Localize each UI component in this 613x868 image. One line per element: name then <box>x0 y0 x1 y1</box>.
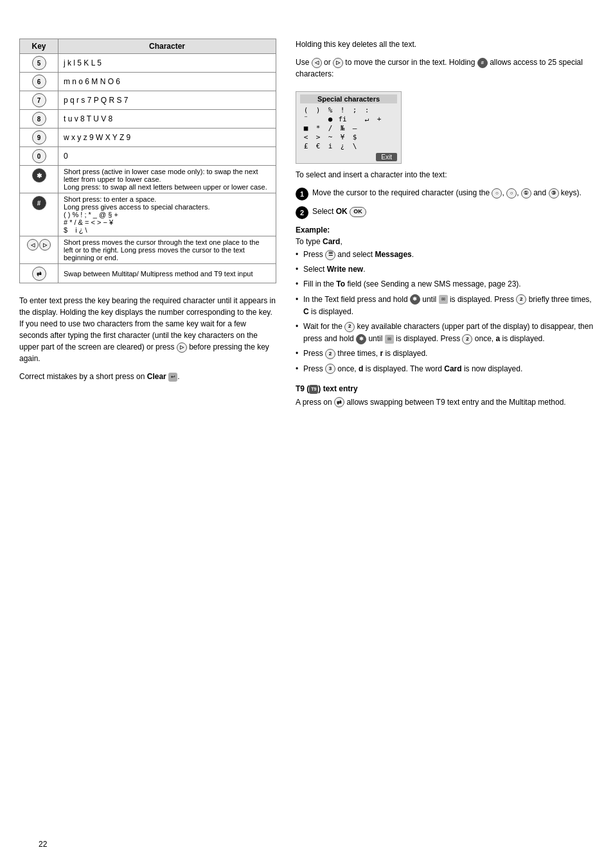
key-icon-swap: ⇄ <box>32 267 46 281</box>
page-number: 22 <box>39 840 47 849</box>
table-row: 7 p q r s 7 P Q R S 7 <box>20 91 276 110</box>
table-row: 0 0 <box>20 147 276 166</box>
char-cell: Short press: to enter a space. Long pres… <box>58 193 276 236</box>
right-column: Holding this key deletes all the text. U… <box>289 39 594 842</box>
t9-section: T9 (T9) text entry A press on ⇄ allows s… <box>296 384 594 408</box>
star-key-icon: ✱ <box>410 294 420 305</box>
bullet-5: Wait for the 2 key available characters … <box>296 321 594 345</box>
nav-1-icon: ① <box>521 188 531 199</box>
key-icon-0: 0 <box>32 149 46 163</box>
key-cell: ✱ <box>20 166 58 193</box>
swap-key-icon: ⇄ <box>334 397 344 407</box>
bullet-2: Select Write new. <box>296 263 594 276</box>
bullet-1: Press ☰ and select Messages. <box>296 249 594 261</box>
key-cell: ◁ ▷ <box>20 236 58 264</box>
table-header-key: Key <box>20 39 58 54</box>
step-1: 1 Move the cursor to the required charac… <box>296 187 594 200</box>
bullet-7: Press 3 once, d is displayed. The word C… <box>296 363 594 375</box>
para-delete-text: Holding this key deletes all the text. <box>296 39 594 50</box>
key-icon-star: ✱ <box>32 168 46 182</box>
step-num-2: 2 <box>296 206 308 219</box>
menu-key-icon: ☰ <box>325 250 335 260</box>
table-row: 9 w x y z 9 W X Y Z 9 <box>20 128 276 147</box>
key-2-icon: 2 <box>516 294 526 305</box>
table-header-character: Character <box>58 39 276 54</box>
special-chars-title: Special characters <box>300 94 397 103</box>
ok-icon: OK <box>350 207 366 217</box>
nav-3-icon: ③ <box>549 188 559 199</box>
char-cell: t u v 8 T U V 8 <box>58 110 276 128</box>
nav-circle2-icon: ○ <box>506 188 517 199</box>
key-icon-5: 5 <box>32 56 46 70</box>
char-cell: w x y z 9 W X Y Z 9 <box>58 128 276 147</box>
char-cell: j k l 5 K L 5 <box>58 54 276 73</box>
left-column: Key Character 5 j k l 5 K L 5 6 m <box>19 39 289 842</box>
msg-icon-2: ✉ <box>385 335 394 344</box>
exit-label: Exit <box>376 153 397 161</box>
table-row: ⇄ Swap between Multitap/ Multipress meth… <box>20 264 276 283</box>
char-cell: Short press (active in lower case mode o… <box>58 166 276 193</box>
key-2d-icon: 2 <box>325 349 335 359</box>
msg-icon-1: ✉ <box>439 295 448 304</box>
bullet-3: Fill in the To field (see Sending a new … <box>296 278 594 290</box>
body-text-clear: Correct mistakes by a short press on Cle… <box>19 371 276 382</box>
exit-button-area: Exit <box>300 153 397 161</box>
table-row: # Short press: to enter a space. Long pr… <box>20 193 276 236</box>
key-cell: 8 <box>20 110 58 128</box>
bullet-4: In the Text field press and hold ✱ until… <box>296 294 594 318</box>
table-row: 5 j k l 5 K L 5 <box>20 54 276 73</box>
t9-icon: T9 <box>309 385 318 394</box>
hash-key-icon: # <box>477 58 488 68</box>
key-2b-icon: 2 <box>344 322 355 332</box>
key-cell: 5 <box>20 54 58 73</box>
table-row: ◁ ▷ Short press moves the cursor through… <box>20 236 276 264</box>
key-cell: 6 <box>20 73 58 91</box>
key-cell: 9 <box>20 128 58 147</box>
key-2c-icon: 2 <box>462 334 472 344</box>
t9-body: A press on ⇄ allows swapping between T9 … <box>296 396 594 408</box>
example-bullets: Press ☰ and select Messages. Select Writ… <box>296 249 594 375</box>
key-cell: 7 <box>20 91 58 110</box>
char-cell: Short press moves the cursor through the… <box>58 236 276 264</box>
t9-title: T9 (T9) text entry <box>296 384 594 394</box>
step-num-1: 1 <box>296 188 308 200</box>
star-key-icon-2: ✱ <box>356 334 366 344</box>
key-character-table: Key Character 5 j k l 5 K L 5 6 m <box>19 39 276 283</box>
step-2-text: Select OK OK <box>312 206 366 217</box>
char-cell: 0 <box>58 147 276 166</box>
key-icon-nav: ◁ ▷ <box>27 239 51 251</box>
para-select-insert: To select and insert a character into th… <box>296 169 594 181</box>
key-icon-9: 9 <box>32 130 46 145</box>
special-chars-grid: ()%!;: ¨●fi↵+ ■*/№– <>~¥$ £€i¿\ <box>300 106 397 150</box>
key-cell: ⇄ <box>20 264 58 283</box>
clear-icon: ↩ <box>168 373 177 382</box>
key-icon-inline-nav: ▷ <box>177 342 187 353</box>
special-chars-box: Special characters ()%!;: ¨●fi↵+ ■*/№– <… <box>296 91 402 164</box>
example-label: Example: <box>296 226 594 235</box>
key-cell: # <box>20 193 58 236</box>
step-1-text: Move the cursor to the required characte… <box>312 187 582 199</box>
nav-left-icon: ◁ <box>312 58 322 68</box>
key-icon-7: 7 <box>32 93 46 107</box>
step-2: 2 Select OK OK <box>296 206 594 219</box>
table-row: 8 t u v 8 T U V 8 <box>20 110 276 128</box>
key-2e-icon: 3 <box>325 364 335 374</box>
para-move-cursor: Use ◁ or ▷ to move the cursor in the tex… <box>296 57 594 80</box>
key-icon-6: 6 <box>32 75 46 89</box>
nav-right-icon: ▷ <box>333 58 343 68</box>
key-cell: 0 <box>20 147 58 166</box>
bullet-6: Press 2 three times, r is displayed. <box>296 348 594 360</box>
table-row: 6 m n o 6 M N O 6 <box>20 73 276 91</box>
table-row: ✱ Short press (active in lower case mode… <box>20 166 276 193</box>
char-cell: Swap between Multitap/ Multipress method… <box>58 264 276 283</box>
body-text-enter: To enter text press the key bearing the … <box>19 295 276 364</box>
char-cell: p q r s 7 P Q R S 7 <box>58 91 276 110</box>
nav-circle-icon: ○ <box>492 188 502 199</box>
key-icon-hash: # <box>32 196 46 210</box>
char-cell: m n o 6 M N O 6 <box>58 73 276 91</box>
key-icon-8: 8 <box>32 112 46 126</box>
example-intro: To type Card, <box>296 237 594 246</box>
